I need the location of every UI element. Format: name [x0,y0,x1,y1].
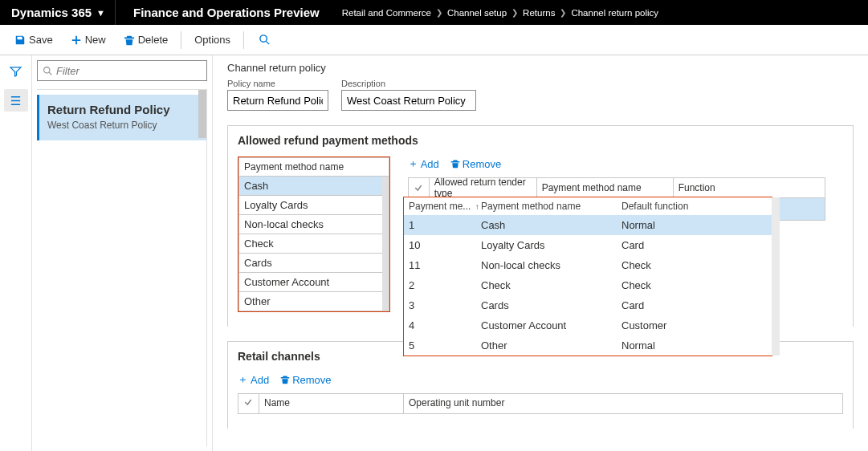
section-title: Allowed refund payment methods [238,134,843,147]
delete-label: Delete [138,34,169,46]
list-icon[interactable] [4,89,28,112]
payment-method-list: Payment method name Cash Loyalty Cards N… [238,156,390,312]
chevron-right-icon: ❯ [511,8,518,17]
plus-icon: ＋ [238,372,248,387]
svg-line-3 [49,72,51,75]
trash-icon [450,159,460,169]
allowed-refund-section: Allowed refund payment methods Payment m… [227,125,854,327]
filter-box[interactable] [37,60,207,81]
command-bar: Save New Delete Options [0,25,868,55]
add-label: Add [251,374,269,386]
dropdown-row[interactable]: 5 Other Normal [404,335,772,356]
policy-list-item[interactable]: Return Refund Policy West Coast Return P… [37,95,206,140]
search-button[interactable] [255,30,274,49]
plus-icon: ＋ [408,156,418,171]
page-title: Channel return policy [227,62,854,74]
payment-method-row[interactable]: Non-local checks [238,215,389,234]
breadcrumb: Retail and Commerce ❯ Channel setup ❯ Re… [337,8,658,18]
col-function[interactable]: Function [674,178,825,197]
payment-method-row[interactable]: Other [238,292,389,311]
add-tender-button[interactable]: ＋ Add [408,156,439,171]
description-input[interactable] [341,90,476,111]
payment-method-row[interactable]: Check [238,234,389,254]
filter-icon[interactable] [4,60,28,83]
dropdown-row[interactable]: 3 Cards Card [404,295,772,315]
dd-col-number[interactable]: Payment me... ↑ [409,201,481,212]
new-label: New [85,34,106,46]
remove-label: Remove [292,374,331,386]
channel-grid-header: Name Operating unit number [238,393,843,414]
save-button[interactable]: Save [8,30,59,49]
col-name[interactable]: Name [259,394,404,413]
left-rail [0,55,32,451]
description-field: Description [341,79,476,111]
payment-method-header: Payment method name [238,157,389,177]
payment-method-row[interactable]: Cash [238,177,389,196]
trash-icon [124,35,135,46]
filter-input[interactable] [56,65,202,77]
main-area: Return Refund Policy West Coast Return P… [0,55,868,451]
svg-point-0 [260,35,267,42]
left-list-pane: Return Refund Policy West Coast Return P… [32,55,213,451]
svg-line-1 [266,41,269,44]
dropdown-row[interactable]: 11 Non-local checks Check [404,255,772,275]
top-bar: Dynamics 365 ▼ Finance and Operations Pr… [0,0,868,25]
col-payment-method[interactable]: Payment method name [537,178,674,197]
dropdown-row[interactable]: 2 Check Check [404,275,772,295]
col-operating-unit[interactable]: Operating unit number [404,394,842,413]
remove-channel-button[interactable]: Remove [280,372,331,387]
add-label: Add [421,158,439,170]
select-all-checkbox[interactable] [238,394,259,413]
payment-method-row[interactable]: Cards [238,254,389,273]
save-label: Save [29,34,53,46]
tender-grid-header: Allowed return tender type Payment metho… [408,177,825,198]
payment-method-row[interactable]: Loyalty Cards [238,196,389,215]
add-channel-button[interactable]: ＋ Add [238,372,269,387]
crumb-2[interactable]: Returns [523,8,555,18]
brand-label: Dynamics 365 [11,6,92,19]
sort-ascending-icon: ↑ [475,202,479,211]
options-label: Options [194,34,230,46]
separator [243,31,244,49]
dropdown-row[interactable]: 4 Customer Account Customer [404,315,772,335]
chevron-down-icon: ▼ [96,8,105,18]
list-item-subtitle: West Coast Return Policy [47,120,198,131]
remove-tender-button[interactable]: Remove [450,156,501,171]
dropdown-row[interactable]: 10 Loyalty Cards Card [404,235,772,255]
header-fields: Policy name Description [227,79,854,111]
dd-col-fn[interactable]: Default function [621,201,767,212]
chevron-right-icon: ❯ [436,8,442,17]
dropdown-header: Payment me... ↑ Payment method name Defa… [404,197,772,215]
channel-commands: ＋ Add Remove [238,372,843,387]
svg-point-2 [44,67,50,72]
save-icon [14,35,26,46]
payment-method-row[interactable]: Customer Account [238,273,389,292]
crumb-3[interactable]: Channel return policy [571,8,658,18]
tender-commands: ＋ Add Remove [408,156,825,171]
brand-switcher[interactable]: Dynamics 365 ▼ [8,0,116,25]
dd-col-name[interactable]: Payment method name [481,201,621,212]
description-label: Description [341,79,476,88]
left-list: Return Refund Policy West Coast Return P… [37,89,207,446]
crumb-1[interactable]: Channel setup [447,8,507,18]
select-all-checkbox[interactable] [409,178,430,197]
new-button[interactable]: New [64,30,112,49]
crumb-0[interactable]: Retail and Commerce [342,8,431,18]
chevron-right-icon: ❯ [560,8,566,17]
content-pane: Channel return policy Policy name Descri… [213,55,868,451]
separator [181,31,181,49]
col-tender-type[interactable]: Allowed return tender type [430,178,537,197]
search-icon [43,66,53,76]
app-subtitle: Finance and Operations Preview [116,6,337,19]
dropdown-row[interactable]: 1 Cash Normal [404,215,772,235]
remove-label: Remove [463,158,501,170]
plus-icon [71,35,82,46]
delete-button[interactable]: Delete [117,30,175,49]
list-item-title: Return Refund Policy [47,103,198,116]
trash-icon [280,375,290,384]
policy-name-field: Policy name [227,79,328,111]
policy-name-label: Policy name [227,79,328,88]
policy-name-input[interactable] [227,90,328,111]
tender-type-dropdown-panel[interactable]: Payment me... ↑ Payment method name Defa… [403,197,772,356]
options-button[interactable]: Options [188,30,237,49]
